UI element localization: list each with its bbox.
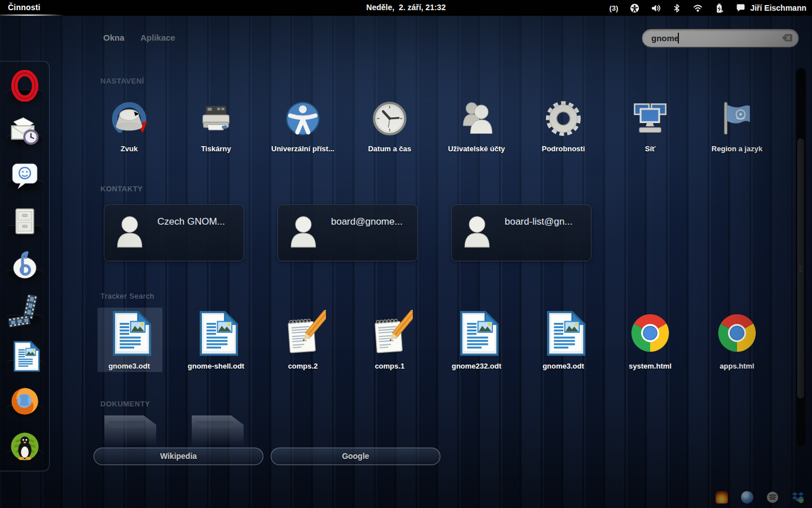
- result-label: system.html: [629, 362, 672, 370]
- contact-avatar-icon: [287, 213, 320, 249]
- tray-spotify-icon[interactable]: [766, 491, 779, 503]
- user-name: Jiří Eischmann: [750, 3, 806, 12]
- scrollbar-track[interactable]: [796, 68, 806, 447]
- result-label: Zvuk: [121, 144, 138, 153]
- contact-card[interactable]: board-list@gn...: [451, 204, 592, 261]
- activities-button[interactable]: Činnosti: [0, 0, 48, 16]
- result-label: Univerzální příst...: [271, 144, 334, 153]
- result-file-comps2[interactable]: comps.2: [259, 308, 346, 370]
- bluetooth-icon[interactable]: [673, 3, 681, 13]
- contact-card[interactable]: board@gnome...: [277, 204, 418, 261]
- printer-icon: [197, 99, 235, 138]
- mail-clock-icon: [8, 115, 41, 147]
- clear-search-icon[interactable]: [782, 34, 793, 42]
- result-file-gnome-shell-odt[interactable]: gnome-shell.odt: [173, 308, 259, 370]
- contact-avatar-icon: [461, 213, 493, 249]
- result-file-gnome232-odt[interactable]: gnome232.odt: [433, 308, 520, 370]
- network-monitors-icon: [631, 99, 669, 138]
- un-flag-icon: [718, 99, 756, 138]
- result-universal-access[interactable]: Univerzální příst...: [259, 95, 346, 153]
- result-label: gnome3.odt: [542, 362, 584, 370]
- result-file-system-html[interactable]: system.html: [607, 308, 694, 370]
- result-details[interactable]: Podrobnosti: [520, 95, 607, 153]
- document-thumbnail[interactable]: [192, 415, 244, 446]
- dash-item-empathy-chat[interactable]: [4, 155, 46, 197]
- result-region-language[interactable]: Region a jazyk: [694, 95, 780, 153]
- activities-active-indicator: [0, 14, 63, 16]
- result-file-gnome3-odt-2[interactable]: gnome3.odt: [520, 308, 607, 370]
- contact-name: board@gnome...: [331, 216, 403, 227]
- tray-flame-icon[interactable]: [716, 491, 728, 503]
- result-label: Region a jazyk: [712, 144, 762, 153]
- result-label: apps.html: [720, 362, 754, 370]
- tab-applications[interactable]: Aplikace: [140, 33, 175, 42]
- odt-document-icon: [453, 310, 500, 356]
- search-input[interactable]: [650, 30, 776, 46]
- result-user-accounts[interactable]: Uživatelské účty: [433, 95, 520, 153]
- google-search-button[interactable]: Google: [271, 448, 440, 465]
- scrollbar-thumb[interactable]: [797, 138, 804, 398]
- tux-spotify-icon: [8, 430, 41, 463]
- contact-avatar-icon: [113, 213, 146, 249]
- contact-name: board-list@gn...: [505, 216, 572, 227]
- firefox-icon: [8, 385, 41, 418]
- result-sound[interactable]: Zvuk: [86, 95, 173, 153]
- system-tray: [716, 491, 804, 503]
- chrome-icon: [714, 310, 760, 356]
- clock-face-icon: [370, 99, 409, 138]
- gnome-shell-overview: Činnosti Neděle, 2. září, 21:32 (3) Jiří…: [0, 0, 812, 508]
- search-box[interactable]: [642, 29, 799, 47]
- dash-item-opera[interactable]: [4, 65, 46, 107]
- result-file-gnome3-odt[interactable]: gnome3.odt: [86, 308, 173, 370]
- result-label: comps.2: [288, 362, 318, 370]
- accessibility-icon[interactable]: [630, 3, 639, 13]
- dash-item-file-manager[interactable]: [4, 200, 46, 242]
- tray-dropbox-icon[interactable]: [792, 491, 804, 503]
- chat-bubble-icon: [736, 3, 745, 13]
- result-label: Tiskárny: [201, 144, 231, 153]
- document-thumbnail[interactable]: [104, 415, 156, 446]
- film-strip-icon: [8, 295, 41, 327]
- result-label: Datum a čas: [368, 144, 412, 153]
- tracker-results-grid: gnome3.odt gnome-shell.odt comps.2 comps…: [86, 308, 780, 370]
- wifi-icon[interactable]: [693, 3, 703, 13]
- battery-charging-icon[interactable]: [714, 3, 724, 13]
- odt-document-icon: [193, 310, 239, 356]
- result-file-comps1[interactable]: comps.1: [346, 308, 433, 370]
- result-network[interactable]: Síť: [607, 95, 694, 153]
- tray-swirl-icon[interactable]: [741, 491, 753, 503]
- writer-document-icon: [9, 340, 41, 372]
- dash-item-libreoffice-writer[interactable]: [4, 335, 46, 377]
- volume-icon[interactable]: [651, 3, 661, 13]
- dash: [0, 61, 50, 471]
- dash-item-video-editor[interactable]: [4, 290, 46, 332]
- gear-icon: [544, 99, 582, 138]
- result-printers[interactable]: Tiskárny: [173, 95, 259, 153]
- settings-results-grid: Zvuk Tiskárny Univerzální příst... Datum…: [86, 95, 780, 153]
- contact-card[interactable]: Czech GNOM...: [104, 204, 244, 261]
- result-file-apps-html[interactable]: apps.html: [694, 308, 780, 370]
- banshee-icon: [8, 249, 41, 282]
- dash-item-spotify-linux[interactable]: [4, 426, 46, 467]
- text-caret: [678, 33, 679, 43]
- tab-windows[interactable]: Okna: [103, 33, 125, 42]
- result-date-time[interactable]: Datum a čas: [346, 95, 433, 153]
- user-menu[interactable]: Jiří Eischmann: [736, 3, 806, 13]
- result-label: Síť: [645, 144, 656, 153]
- odt-document-icon: [540, 310, 586, 356]
- file-cabinet-icon: [9, 205, 41, 237]
- dash-item-firefox[interactable]: [4, 380, 46, 422]
- status-area: (3) Jiří Eischmann: [610, 0, 806, 16]
- wikipedia-search-button[interactable]: Wikipedia: [94, 448, 263, 465]
- dash-item-banshee[interactable]: [4, 245, 46, 287]
- notification-count[interactable]: (3): [610, 4, 619, 12]
- odt-document-icon: [106, 310, 152, 356]
- result-label: gnome3.odt: [108, 362, 150, 370]
- section-header-documents: DOKUMENTY: [100, 400, 150, 408]
- result-label: Uživatelské účty: [448, 144, 505, 153]
- clock[interactable]: Neděle, 2. září, 21:32: [367, 0, 446, 16]
- notepad-pencil-icon: [280, 310, 326, 356]
- dash-item-evolution-mail[interactable]: [4, 110, 46, 152]
- overview-area: Okna Aplikace NASTAVENÍ Zvuk: [0, 16, 812, 508]
- top-bar: Činnosti Neděle, 2. září, 21:32 (3) Jiří…: [0, 0, 812, 16]
